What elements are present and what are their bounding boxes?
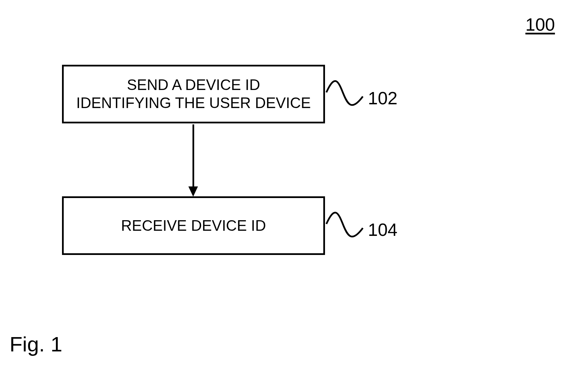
reference-connector bbox=[325, 78, 366, 108]
flowchart-step-send-device-id: SEND A DEVICE ID IDENTIFYING THE USER DE… bbox=[62, 65, 325, 123]
arrow-head-icon bbox=[188, 186, 198, 197]
reference-number: 102 bbox=[368, 88, 398, 108]
figure-canvas: 100 SEND A DEVICE ID IDENTIFYING THE USE… bbox=[0, 0, 588, 378]
reference-connector bbox=[325, 209, 366, 240]
flowchart-step-receive-device-id: RECEIVE DEVICE ID bbox=[62, 196, 325, 255]
flow-arrow bbox=[191, 124, 196, 196]
figure-number: 100 bbox=[525, 14, 555, 35]
step-text: SEND A DEVICE ID IDENTIFYING THE USER DE… bbox=[76, 76, 311, 112]
step-text: RECEIVE DEVICE ID bbox=[121, 217, 266, 235]
figure-caption: Fig. 1 bbox=[10, 332, 62, 356]
arrow-shaft bbox=[192, 124, 194, 188]
reference-number: 104 bbox=[368, 220, 398, 240]
